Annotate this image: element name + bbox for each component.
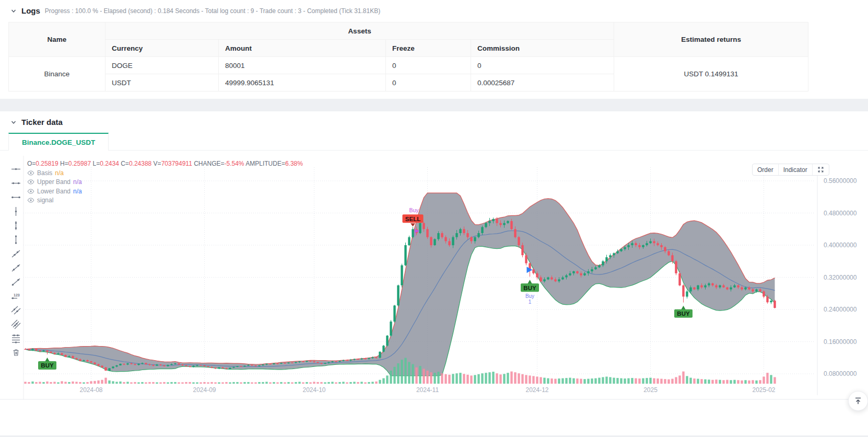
exchange-name-cell: Binance [9, 57, 105, 91]
ohlc-readout: O=0.25819 H=0.25987 L=0.2434 C=0.24388 V… [27, 160, 303, 167]
svg-text:2025-02: 2025-02 [752, 386, 775, 394]
drawing-toolbar: 123 [11, 164, 22, 358]
horizontal-segment-icon[interactable] [11, 178, 21, 188]
legend-value: n/a [73, 188, 82, 195]
svg-text:1: 1 [529, 299, 532, 305]
amount-cell: 80001 [219, 57, 386, 74]
legend-item-signal: signal [27, 197, 303, 204]
commission-cell: 0.00025687 [471, 74, 614, 91]
freeze-cell: 0 [386, 74, 471, 91]
svg-text:0.48000000: 0.48000000 [824, 210, 857, 217]
tab-binance-doge-usdt[interactable]: Binance.DOGE_USDT [8, 133, 109, 151]
svg-text:2024-12: 2024-12 [525, 386, 548, 394]
svg-text:SELL: SELL [405, 216, 420, 222]
amount-cell: 49999.9065131 [219, 74, 386, 91]
buy-marker[interactable]: BUY [674, 306, 693, 318]
eye-icon[interactable] [27, 188, 34, 194]
svg-text:BUY: BUY [41, 362, 54, 369]
vertical-line-icon[interactable] [11, 206, 21, 216]
vertical-ray-icon[interactable] [11, 235, 21, 245]
legend-label: Basis [37, 169, 52, 177]
buy-marker[interactable]: BUY [38, 358, 56, 370]
delete-icon[interactable] [11, 348, 21, 358]
col-header-currency: Currency [105, 40, 219, 57]
col-header-estimated-returns: Estimated returns [614, 22, 808, 57]
currency-cell: DOGE [105, 57, 219, 74]
vertical-segment-icon[interactable] [11, 221, 21, 231]
svg-text:2024-10: 2024-10 [302, 386, 325, 394]
table-row: Binance DOGE 80001 0 0 USDT 0.1499131 [9, 57, 808, 74]
legend-value: n/a [73, 178, 82, 186]
chevron-down-icon[interactable] [10, 119, 17, 125]
price-line-icon[interactable]: 123 [11, 291, 21, 301]
chart-controls: Order Indicator [752, 164, 829, 176]
legend-item-lower-band: Lower Bandn/a [27, 188, 303, 195]
ticker-header: Ticker data [0, 118, 868, 126]
price-channel-icon[interactable] [11, 319, 21, 329]
legend-item-upper-band: Upper Bandn/a [27, 178, 303, 186]
svg-text:2024-11: 2024-11 [416, 386, 439, 394]
legend-label: Lower Band [37, 188, 71, 195]
ticker-data-card: Ticker data Binance.DOGE_USDT 0.56000000… [0, 111, 868, 435]
fibonacci-lines-icon[interactable] [11, 334, 21, 343]
horizontal-line-icon[interactable] [11, 164, 21, 174]
ticker-tabbar: Binance.DOGE_USDT [0, 133, 868, 151]
svg-text:0.24000000: 0.24000000 [824, 306, 857, 313]
eye-icon[interactable] [27, 170, 34, 176]
col-header-amount: Amount [219, 40, 386, 57]
back-to-top-button[interactable] [848, 391, 868, 411]
assets-table: Name Assets Estimated returns Currency A… [8, 22, 808, 91]
svg-text:2025: 2025 [643, 386, 658, 394]
commission-cell: 0 [471, 57, 614, 74]
svg-text:2024-08: 2024-08 [79, 386, 102, 394]
svg-text:BUY: BUY [677, 310, 690, 317]
svg-text:123: 123 [14, 293, 20, 297]
col-header-commission: Commission [471, 40, 614, 57]
order-button[interactable]: Order [753, 164, 778, 175]
svg-text:0.40000000: 0.40000000 [824, 242, 857, 249]
logs-header: Logs Progress : 100.0 % - Elapsed (secon… [8, 6, 860, 15]
svg-text:0.16000000: 0.16000000 [824, 338, 857, 346]
legend-value: n/a [55, 169, 64, 177]
svg-text:0.32000000: 0.32000000 [824, 274, 857, 281]
ticker-title: Ticker data [21, 118, 63, 126]
svg-text:Buy: Buy [525, 293, 534, 299]
legend-item-basis: Basisn/a [27, 169, 303, 177]
trend-ray-icon[interactable] [11, 277, 21, 287]
svg-text:0.08000000: 0.08000000 [824, 370, 857, 377]
expand-icon[interactable] [812, 164, 829, 175]
logs-card: Logs Progress : 100.0 % - Elapsed (secon… [0, 0, 868, 99]
chart-legend: O=0.25819 H=0.25987 L=0.2434 C=0.24388 V… [27, 160, 303, 204]
svg-text:2024-09: 2024-09 [193, 386, 216, 394]
svg-text:BUY: BUY [523, 285, 536, 291]
legend-label: signal [37, 197, 53, 204]
currency-cell: USDT [105, 74, 219, 91]
bollinger-band-fill [26, 193, 775, 376]
svg-text:Buy: Buy [409, 207, 419, 213]
logs-title: Logs [21, 6, 40, 15]
trend-segment-icon[interactable] [11, 263, 21, 273]
logs-summary: Progress : 100.0 % - Elapsed (second) : … [45, 7, 380, 15]
chevron-down-icon[interactable] [10, 8, 17, 14]
col-header-freeze: Freeze [386, 40, 471, 57]
parallel-lines-icon[interactable] [11, 305, 21, 315]
eye-icon[interactable] [27, 197, 34, 203]
eye-icon[interactable] [27, 179, 34, 185]
freeze-cell: 0 [386, 57, 471, 74]
horizontal-ray-icon[interactable] [11, 192, 21, 202]
col-header-assets: Assets [105, 22, 614, 40]
chart-area: 0.560000000.480000000.400000000.32000000… [0, 156, 868, 406]
scroll-to-top-icon [853, 396, 863, 406]
legend-label: Upper Band [37, 178, 71, 186]
indicator-button[interactable]: Indicator [778, 164, 812, 175]
trend-line-icon[interactable] [11, 249, 21, 259]
svg-text:0.56000000: 0.56000000 [824, 177, 857, 185]
estimated-returns-cell: USDT 0.1499131 [614, 57, 808, 91]
col-header-name: Name [9, 22, 105, 57]
